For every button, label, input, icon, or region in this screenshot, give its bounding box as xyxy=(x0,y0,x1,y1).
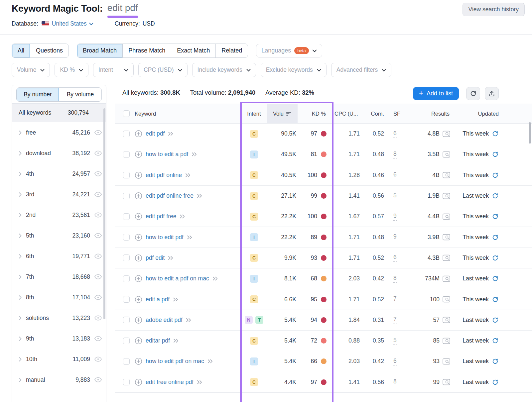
row-checkbox[interactable] xyxy=(123,358,130,365)
sidebar-group-item[interactable]: 10th 11,009 xyxy=(12,349,106,369)
row-checkbox[interactable] xyxy=(123,213,130,220)
row-checkbox[interactable] xyxy=(123,338,130,344)
chevron-right-icon[interactable] xyxy=(19,357,22,362)
refresh-keyword-icon[interactable] xyxy=(492,213,499,220)
chevron-right-icon[interactable] xyxy=(19,151,22,156)
sidebar-group-item[interactable]: free 45,216 xyxy=(12,122,106,143)
keyword-link[interactable]: how to edit a pdf xyxy=(146,151,188,158)
expand-keyword-icon[interactable] xyxy=(180,214,185,219)
refresh-keyword-icon[interactable] xyxy=(492,317,499,324)
sidebar-group-item[interactable]: 4th 24,957 xyxy=(12,163,106,184)
sidebar-group-item[interactable]: download 38,192 xyxy=(12,143,106,163)
row-checkbox[interactable] xyxy=(123,379,130,385)
sidebar-group-item[interactable]: solutions 13,223 xyxy=(12,308,106,328)
add-keyword-icon[interactable] xyxy=(135,316,142,324)
database-selector[interactable]: United States xyxy=(52,20,93,27)
sidebar-group-item[interactable]: 6th 19,771 xyxy=(12,246,106,266)
expand-keyword-icon[interactable] xyxy=(173,297,179,302)
chevron-right-icon[interactable] xyxy=(19,254,22,259)
row-checkbox[interactable] xyxy=(123,172,130,178)
tab-by-number[interactable]: By number xyxy=(17,88,59,101)
sidebar-group-item[interactable]: 5th 23,160 xyxy=(12,225,106,246)
serp-preview-icon[interactable] xyxy=(443,317,450,323)
serp-preview-icon[interactable] xyxy=(443,358,450,365)
refresh-keyword-icon[interactable] xyxy=(492,130,499,137)
eye-icon[interactable] xyxy=(94,192,102,197)
add-keyword-icon[interactable] xyxy=(135,192,142,200)
column-volume[interactable]: Volu xyxy=(267,104,298,123)
tab-phrase-match[interactable]: Phrase Match xyxy=(123,44,171,57)
keyword-link[interactable]: how to edit pdf on mac xyxy=(146,358,204,365)
expand-keyword-icon[interactable] xyxy=(197,380,202,384)
refresh-keyword-icon[interactable] xyxy=(492,254,499,261)
sidebar-group-item[interactable]: manual 9,883 xyxy=(12,369,106,390)
expand-keyword-icon[interactable] xyxy=(207,359,213,363)
row-checkbox[interactable] xyxy=(123,131,130,137)
refresh-keyword-icon[interactable] xyxy=(492,379,499,386)
chevron-right-icon[interactable] xyxy=(19,213,22,218)
add-keyword-icon[interactable] xyxy=(135,357,142,365)
eye-icon[interactable] xyxy=(94,151,102,156)
serp-preview-icon[interactable] xyxy=(443,151,450,158)
tab-broad-match[interactable]: Broad Match xyxy=(77,44,123,57)
add-keyword-icon[interactable] xyxy=(135,378,142,386)
tab-related[interactable]: Related xyxy=(216,44,248,57)
row-checkbox[interactable] xyxy=(123,151,130,158)
sf-value[interactable]: 6 xyxy=(393,171,397,179)
column-kd[interactable]: KD % xyxy=(298,104,329,123)
serp-preview-icon[interactable] xyxy=(443,275,450,282)
sf-value[interactable]: 8 xyxy=(393,378,397,386)
expand-keyword-icon[interactable] xyxy=(185,173,191,177)
chevron-right-icon[interactable] xyxy=(19,130,22,135)
column-keyword[interactable]: Keyword xyxy=(135,104,241,123)
languages-dropdown[interactable]: Languages beta xyxy=(256,44,322,57)
view-search-history-button[interactable]: View search history xyxy=(463,3,525,16)
add-keyword-icon[interactable] xyxy=(135,254,142,262)
row-checkbox[interactable] xyxy=(123,275,130,282)
keyword-link[interactable]: edit pdf free xyxy=(146,213,176,220)
serp-preview-icon[interactable] xyxy=(443,296,450,303)
sf-value[interactable]: 9 xyxy=(393,213,397,221)
keyword-link[interactable]: editar pdf xyxy=(146,337,170,344)
sf-value[interactable]: 7 xyxy=(393,316,397,324)
tab-exact-match[interactable]: Exact Match xyxy=(171,44,216,57)
add-keyword-icon[interactable] xyxy=(135,337,142,345)
eye-icon[interactable] xyxy=(94,171,102,176)
column-com[interactable]: Com. xyxy=(361,104,385,123)
filter-advanced-filters[interactable]: Advanced filters xyxy=(331,63,392,77)
eye-icon[interactable] xyxy=(94,233,102,238)
export-button[interactable] xyxy=(485,87,499,100)
column-intent[interactable]: Intent xyxy=(241,104,267,123)
add-keyword-icon[interactable] xyxy=(135,213,142,220)
row-checkbox[interactable] xyxy=(123,234,130,241)
serp-preview-icon[interactable] xyxy=(443,213,450,220)
eye-icon[interactable] xyxy=(94,315,102,321)
serp-preview-icon[interactable] xyxy=(443,379,450,385)
column-sf[interactable]: SF xyxy=(385,104,403,123)
tab-questions[interactable]: Questions xyxy=(30,44,68,57)
row-checkbox[interactable] xyxy=(123,193,130,199)
serp-preview-icon[interactable] xyxy=(443,254,450,261)
expand-keyword-icon[interactable] xyxy=(168,132,174,136)
sidebar-scrollbar[interactable] xyxy=(103,108,105,319)
expand-keyword-icon[interactable] xyxy=(168,256,174,260)
add-keyword-icon[interactable] xyxy=(135,151,142,158)
keyword-link[interactable]: how to edit pdf xyxy=(146,234,184,241)
eye-icon[interactable] xyxy=(94,274,102,279)
keyword-link[interactable]: edit pdf xyxy=(146,130,165,137)
select-all-checkbox[interactable] xyxy=(123,110,130,117)
column-updated[interactable]: Updated xyxy=(453,104,502,123)
sf-value[interactable]: 9 xyxy=(393,233,397,241)
refresh-keyword-icon[interactable] xyxy=(492,358,499,365)
sidebar-group-item[interactable]: 7th 18,668 xyxy=(12,266,106,287)
eye-icon[interactable] xyxy=(94,295,102,300)
add-to-list-button[interactable]: + Add to list xyxy=(413,87,459,100)
serp-preview-icon[interactable] xyxy=(443,338,450,344)
column-results[interactable]: Results xyxy=(403,104,453,123)
sf-value[interactable]: 7 xyxy=(393,295,397,303)
expand-keyword-icon[interactable] xyxy=(186,318,192,322)
add-keyword-icon[interactable] xyxy=(135,234,142,241)
filter-exclude-keywords[interactable]: Exclude keywords xyxy=(261,63,327,77)
refresh-keyword-icon[interactable] xyxy=(492,234,499,241)
expand-keyword-icon[interactable] xyxy=(173,339,179,343)
